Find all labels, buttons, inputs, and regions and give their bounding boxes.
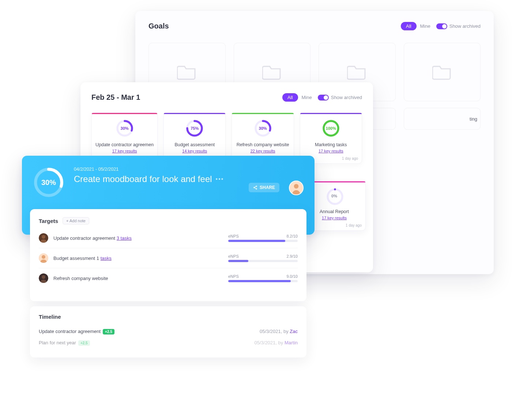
folder-icon (262, 64, 282, 80)
folder-icon (347, 64, 367, 80)
target-row: Budget assessment 1 tasks eNPS2.9/10 (39, 248, 298, 268)
goals-filter-mine[interactable]: Mine (420, 23, 430, 29)
timeline-card: Timeline Update contractor agreement+2.5… (30, 306, 306, 357)
goals-filter-group: All Mine (401, 22, 430, 30)
week-filter-group: All Mine (282, 93, 312, 102)
add-note-button[interactable]: + Add note (63, 217, 89, 224)
okr-name: Update contractor agreemen (95, 142, 154, 147)
target-name: Budget assessment 1 tasks (53, 256, 112, 261)
toggle-icon (318, 95, 329, 101)
folder-icon (177, 64, 197, 80)
moodboard-progress-label: 30% (33, 167, 64, 198)
target-row: Refresh company website eNPS9.0/10 (39, 268, 298, 288)
moodboard-date-range: 04/2/2021 - 05/2/2021 (74, 167, 239, 172)
target-tasks-link[interactable]: tasks (101, 256, 112, 261)
okr-timestamp: 1 day ago (346, 223, 362, 227)
progress-donut: 0% (326, 188, 342, 204)
targets-card: Targets + Add note Update contractor agr… (30, 209, 306, 301)
delta-badge: +2.5 (78, 340, 90, 346)
svg-point-20 (42, 255, 45, 259)
progress-donut: 30% (116, 120, 133, 137)
okr-name: Annual Report (307, 209, 362, 214)
assignee-avatar[interactable] (39, 253, 48, 263)
metric-label: eNPS (228, 274, 239, 279)
assignee-avatar[interactable] (39, 233, 48, 243)
metric-value: 2.9/10 (286, 254, 298, 258)
okr-name: Refresh company website (236, 142, 290, 147)
timeline-row: Update contractor agreement+2.5 05/3/202… (39, 326, 298, 337)
okr-key-results-link[interactable]: 17 key results (112, 149, 137, 153)
target-name: Update contractor agreement 3 tasks (53, 235, 132, 241)
metric-value: 8.2/10 (286, 234, 298, 238)
progress-label: 75% (186, 120, 203, 137)
timeline-item-name: Update contractor agreement (39, 329, 101, 334)
metric-label: eNPS (228, 234, 239, 238)
week-filter-all[interactable]: All (282, 93, 298, 102)
okr-name: Marketing tasks (304, 142, 358, 147)
okr-name: Budget assessment (167, 142, 222, 147)
svg-point-22 (42, 275, 45, 279)
goals-filter-all[interactable]: All (401, 22, 416, 30)
target-tasks-link[interactable]: 3 tasks (117, 235, 132, 241)
metric-value: 9.0/10 (286, 274, 298, 279)
timeline-row: Plan for next year+2.5 05/3/2021, by Mar… (39, 337, 298, 348)
progress-donut: 100% (322, 120, 340, 137)
okr-key-results-link[interactable]: 17 key results (322, 216, 347, 220)
assignee-avatar[interactable] (39, 273, 48, 283)
progress-donut: 75% (186, 120, 203, 137)
goals-placeholder: ting (404, 108, 481, 130)
timeline-author-link[interactable]: Martin (285, 340, 298, 345)
week-filter-mine[interactable]: Mine (302, 95, 312, 100)
folder-icon (432, 64, 452, 80)
progress-bar (228, 240, 298, 242)
target-row: Update contractor agreement 3 tasks eNPS… (39, 228, 298, 248)
target-name: Refresh company website (53, 276, 108, 281)
okr-key-results-link[interactable]: 22 key results (251, 149, 275, 153)
share-icon (253, 185, 257, 190)
week-archived-label: Show archived (331, 95, 362, 100)
progress-label: 30% (116, 120, 133, 137)
goals-archived-label: Show archived (449, 23, 481, 29)
folder-card[interactable] (404, 43, 481, 101)
goals-title: Goals (148, 22, 169, 30)
owner-avatar[interactable] (289, 181, 304, 195)
svg-point-18 (42, 235, 45, 239)
share-button[interactable]: SHARE (249, 183, 279, 192)
metric-label: eNPS (228, 254, 239, 258)
svg-point-16 (294, 184, 299, 189)
okr-key-results-link[interactable]: 17 key results (319, 149, 343, 153)
more-icon[interactable]: ••• (216, 176, 224, 182)
moodboard-progress-donut: 30% (33, 167, 64, 198)
timeline-meta: 05/3/2021, by Zac (260, 329, 298, 334)
progress-bar (228, 260, 298, 262)
toggle-icon (436, 23, 447, 29)
goals-archived-toggle[interactable]: Show archived (436, 23, 481, 29)
timeline-author-link[interactable]: Zac (290, 329, 298, 334)
okr-key-results-link[interactable]: 14 key results (182, 149, 207, 153)
timeline-meta: 05/3/2021, by Martin (254, 340, 298, 345)
week-date-range: Feb 25 - Mar 1 (91, 93, 140, 102)
timeline-item-name: Plan for next year (39, 340, 76, 345)
progress-bar (228, 280, 298, 282)
targets-title: Targets (39, 218, 58, 224)
delta-badge: +2.5 (103, 329, 114, 334)
timeline-title: Timeline (39, 314, 298, 320)
progress-label: 0% (326, 188, 342, 204)
progress-donut: 30% (254, 120, 272, 137)
progress-label: 30% (254, 120, 272, 137)
okr-timestamp: 1 day ago (342, 156, 358, 160)
progress-label: 100% (322, 120, 340, 137)
week-archived-toggle[interactable]: Show archived (318, 95, 362, 101)
moodboard-title: Create moodboard for look and feel (74, 174, 212, 184)
